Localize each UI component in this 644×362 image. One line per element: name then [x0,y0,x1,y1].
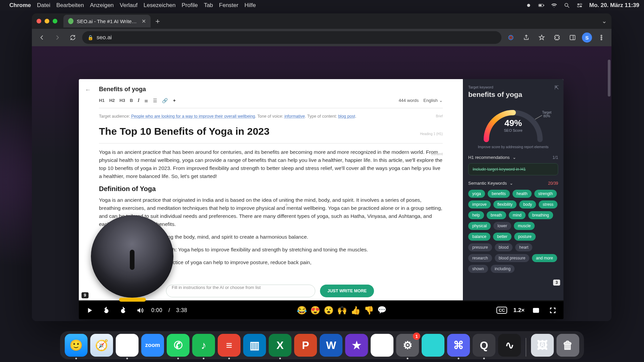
menu-window[interactable]: Fenster [219,2,238,9]
h1-recommendation-item[interactable]: Include target keyword in H1 [468,163,558,175]
italic-button[interactable]: I [138,98,140,103]
spotlight-icon[interactable] [564,2,570,8]
keyword-chip[interactable]: physical [468,222,491,230]
keyword-chip[interactable]: muscle [514,222,535,230]
menubar-app-name[interactable]: Chrome [9,2,31,9]
semantic-section-header[interactable]: Semantic Keywords ⌄ 20/39 [468,181,558,186]
wifi-icon[interactable] [551,2,557,8]
open-external-icon[interactable]: ⇱ [554,84,559,91]
reaction-laugh[interactable]: 😂 [297,306,307,315]
dock-app-spotify[interactable]: ♪ [192,334,215,357]
menu-bookmarks[interactable]: Lesezeichen [144,2,175,9]
keyword-chip[interactable]: blood [495,243,513,251]
dock-app-whatsapp[interactable]: ✆ [167,334,190,357]
add-block-icon[interactable]: ＋ [283,200,289,208]
h2-button[interactable]: H2 [109,98,115,103]
keyword-chip[interactable]: flexibility [493,200,517,208]
comment-icon[interactable]: 💬 [377,306,386,315]
close-window-icon[interactable] [37,19,41,23]
chapter-badge[interactable]: 9 [82,292,89,298]
keyword-chip[interactable]: breath [487,211,506,219]
link-icon[interactable]: 🔗 [162,98,168,103]
keyword-chip[interactable]: benefits [488,190,510,198]
control-center-icon[interactable] [577,2,583,8]
back-button[interactable] [36,32,48,44]
ordered-list-icon[interactable]: ≣ [144,98,148,103]
dock-app-zoom[interactable]: zoom [141,334,164,357]
brief-type-link[interactable]: blog post [338,114,355,119]
keyword-chip[interactable]: improve [468,200,491,208]
chrome-menu-button[interactable] [595,32,607,44]
bold-button[interactable]: B [130,98,133,103]
play-button[interactable] [84,305,95,316]
dock-app-drive[interactable]: ▲ [371,334,393,357]
keyword-chip[interactable]: research [468,254,492,262]
article-h2[interactable]: Definition of Yoga [99,185,443,193]
keyword-chip[interactable]: body [519,200,536,208]
keyword-chip[interactable]: stress [539,200,557,208]
record-icon[interactable] [526,2,532,8]
language-selector[interactable]: English ⌄ [423,98,443,103]
reaction-heart-eyes[interactable]: 😍 [310,306,320,315]
dock-app-safari[interactable]: 🧭 [90,334,113,357]
keyword-chip[interactable]: yoga [468,190,485,198]
browser-tab[interactable]: SEO.ai - The #1 AI Writer For S ✕ [63,15,151,27]
ai-write-more-button[interactable]: JUST WRITE MORE [320,285,374,297]
keyword-chip[interactable]: lower [493,222,511,230]
menu-profiles[interactable]: Profile [181,2,198,9]
keyword-chip[interactable]: mind [509,211,526,219]
sidepanel-button[interactable] [567,32,579,44]
address-bar[interactable]: 🔒 seo.ai [82,31,501,44]
side-counter-badge[interactable]: 3 [553,280,560,286]
menu-edit[interactable]: Bearbeiten [56,2,84,9]
dock-app-powerpoint[interactable]: P [294,334,317,357]
intro-paragraph[interactable]: Yoga is an ancient practice that has bee… [99,148,443,180]
h1-section-header[interactable]: H1 recommendations ⌄ 1/1 [468,155,558,160]
fullscreen-window-icon[interactable] [53,19,57,23]
dock-app-todoist[interactable]: ≡ [218,334,240,357]
dock-app-imovie[interactable]: ★ [345,334,368,357]
dock-app-trello[interactable]: ▥ [243,334,266,357]
volume-button[interactable] [135,305,145,316]
dock-app-settings[interactable]: ⚙1 [396,334,419,357]
dock-app-word[interactable]: W [320,334,342,357]
keyword-chip[interactable]: balance [468,233,490,241]
battery-icon[interactable] [538,2,544,8]
google-lens-icon[interactable] [505,32,517,44]
menu-help[interactable]: Hilfe [245,2,256,9]
keyword-chip[interactable]: posture [514,233,536,241]
keyword-chip[interactable]: help [468,211,484,219]
keyword-chip[interactable]: strength [534,190,557,198]
new-tab-button[interactable]: ＋ [154,16,161,26]
brief-tone-link[interactable]: informative [284,114,305,119]
minimize-window-icon[interactable] [45,19,49,23]
page-scrollbar[interactable] [608,46,610,321]
keyword-chip[interactable]: including [491,265,515,273]
dock-app-voice-memos[interactable]: ∿ [498,334,521,357]
dock-app-chrome[interactable]: ◉ [116,334,139,357]
forward-button[interactable] [118,305,128,316]
forward-button[interactable] [51,32,63,44]
dock-app-app-teal[interactable] [422,334,444,357]
keyword-chip[interactable]: heart [515,243,532,251]
menu-file[interactable]: Datei [37,2,50,9]
dock-tray-trash[interactable]: 🗑 [556,334,579,357]
fullscreen-button[interactable] [547,305,558,316]
menu-view[interactable]: Anzeigen [90,2,114,9]
extensions-button[interactable] [551,32,563,44]
rewind-button[interactable] [101,305,112,316]
keyword-chip[interactable]: pressure [468,243,492,251]
dock-app-excel[interactable]: X [269,334,291,357]
playback-speed[interactable]: 1.2× [513,307,525,314]
tab-close-icon[interactable]: ✕ [142,18,146,24]
keyword-chip[interactable]: and more [532,254,557,262]
pip-button[interactable] [531,305,541,316]
reaction-thumbs-down[interactable]: 👎 [364,306,374,315]
dock-app-quicktime[interactable]: Q [473,334,495,357]
reaction-wow[interactable]: 😮 [324,306,334,315]
keyword-chip[interactable]: breathing [528,211,553,219]
reaction-raised-hands[interactable]: 🙌 [337,306,347,315]
menu-tab[interactable]: Tab [204,2,213,9]
dock-app-finder[interactable]: 🙂 [65,334,88,357]
keyword-chip[interactable]: health [513,190,532,198]
